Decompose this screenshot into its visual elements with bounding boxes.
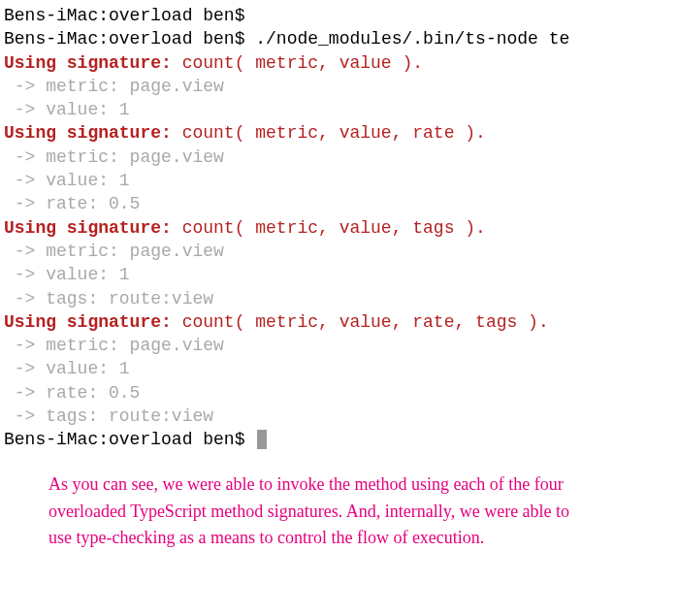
prompt-line-cursor[interactable]: Bens-iMac:overload ben$ [4, 428, 675, 451]
output-line: -> metric: page.view [4, 334, 675, 357]
annotation-caption: As you can see, we were able to invoke t… [0, 452, 640, 553]
signature-line: Using signature: count( metric, value ). [4, 51, 675, 75]
signature-text: count( metric, value, tags ). [172, 218, 486, 238]
caption-text-part1: As you can see, we were able to invoke t… [48, 474, 564, 494]
signature-label: Using signature: [4, 312, 172, 332]
spacer [244, 430, 255, 449]
signature-label: Using signature: [4, 218, 172, 238]
shell-prompt: Bens-iMac:overload ben$ [4, 6, 244, 25]
output-line: -> value: 1 [4, 263, 675, 286]
signature-line: Using signature: count( metric, value, t… [4, 216, 675, 240]
shell-prompt: Bens-iMac:overload ben$ [4, 430, 244, 449]
output-line: -> tags: route:view [4, 405, 675, 428]
output-line: -> metric: page.view [4, 146, 675, 169]
command-empty [244, 6, 255, 25]
signature-label: Using signature: [4, 123, 172, 143]
output-line: -> tags: route:view [4, 287, 675, 310]
output-line: -> value: 1 [4, 169, 675, 192]
cursor-block-icon [257, 430, 267, 449]
output-line: -> metric: page.view [4, 240, 675, 263]
caption-highlight: overloaded TypeScript method signatures [48, 502, 339, 521]
output-line: -> value: 1 [4, 357, 675, 380]
shell-prompt: Bens-iMac:overload ben$ [4, 29, 244, 49]
signature-text: count( metric, value, rate, tags ). [172, 312, 549, 332]
signature-label: Using signature: [4, 53, 172, 73]
output-line: -> rate: 0.5 [4, 192, 675, 215]
signature-text: count( metric, value ). [172, 53, 423, 73]
terminal-output: Bens-iMac:overload ben$ Bens-iMac:overlo… [0, 0, 679, 452]
output-line: -> value: 1 [4, 98, 675, 121]
output-line: -> metric: page.view [4, 75, 675, 98]
output-line: -> rate: 0.5 [4, 381, 675, 405]
signature-text: count( metric, value, rate ). [172, 123, 486, 143]
signature-line: Using signature: count( metric, value, r… [4, 310, 675, 334]
signature-line: Using signature: count( metric, value, r… [4, 121, 675, 145]
prompt-line-run: Bens-iMac:overload ben$ ./node_modules/.… [4, 27, 675, 50]
command-run: ./node_modules/.bin/ts-node te [244, 29, 569, 49]
prompt-line-empty: Bens-iMac:overload ben$ [4, 4, 675, 27]
